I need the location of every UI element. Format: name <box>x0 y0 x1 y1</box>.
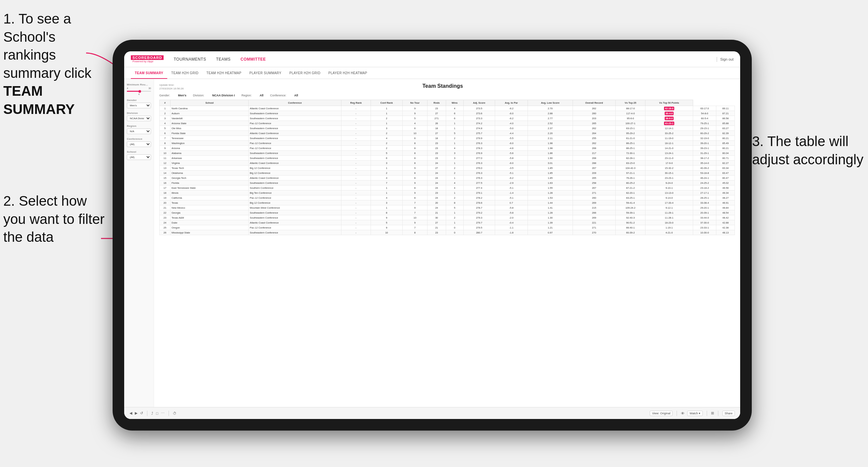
table-row: 25OregonPac-12 Conference-97210279.5-1.1… <box>160 225 735 230</box>
table-row: 3VanderbiltSoutheastern Conference-25271… <box>160 116 735 121</box>
tab-team-h2h-heatmap[interactable]: TEAM H2H HEATMAP <box>203 68 245 79</box>
sub-nav: TEAM SUMMARY TEAM H2H GRID TEAM H2H HEAT… <box>124 67 740 79</box>
standings-table: # School Conference Reg Rank Conf Rank N… <box>159 100 735 235</box>
filter-school-label: School <box>127 150 151 153</box>
toolbar-eye-icon: 👁 <box>681 411 685 415</box>
main-content: Minimum Rou... 4 30 4 Gender Men's <box>124 79 740 407</box>
table-row: 5Ole MissSoutheastern Conference-3618127… <box>160 126 735 131</box>
toolbar-divider1 <box>147 411 147 416</box>
col-vs-top50: Vs Top 50 Points <box>646 100 693 106</box>
tablet-frame: SCOREBOARD Powered by clippi TOURNAMENTS… <box>113 40 752 431</box>
filter-min-rounds-label: Minimum Rou... <box>127 83 151 86</box>
col-overall: Overall Record <box>572 100 616 106</box>
col-school: School <box>170 100 248 106</box>
watch-button[interactable]: Watch ▾ <box>687 411 703 416</box>
conference-display-label: Conference: <box>270 94 286 97</box>
table-row: 8WashingtonPac-12 Conference-28231276.3-… <box>160 141 735 146</box>
tab-player-h2h-grid[interactable]: PLAYER H2H GRID <box>285 68 324 79</box>
col-wins: Wins <box>446 100 463 106</box>
col-adj-score: Adj. Score <box>463 100 495 106</box>
filter-region: Region N/A <box>127 125 151 134</box>
table-header-row: # School Conference Reg Rank Conf Rank N… <box>160 100 735 106</box>
toolbar-clock-icon: ⏱ <box>173 411 177 415</box>
col-avg-low: Avg. Low Score <box>528 100 572 106</box>
tab-team-summary[interactable]: TEAM SUMMARY <box>131 68 167 79</box>
step3-text: 3. The table will adjust accordingly <box>752 133 863 167</box>
region-display-val: All <box>260 94 264 97</box>
table-row: 11ArkansasSoutheastern Conference-682332… <box>160 156 735 161</box>
filter-minimum-rounds: Minimum Rou... 4 30 4 <box>127 83 151 95</box>
table-row: 15Georgia TechAtlantic Coast Conference-… <box>160 176 735 181</box>
table-row: 6Florida StateAtlantic Coast Conference-… <box>160 131 735 136</box>
toolbar-divider2 <box>168 411 169 416</box>
step2-text: 2. Select how you want to filter the dat… <box>3 193 105 245</box>
table-row: 13Texas TechBig 12 Conference-19272276.0… <box>160 165 735 170</box>
nav-committee[interactable]: COMMITTEE <box>241 57 266 62</box>
col-rank: # <box>160 100 170 106</box>
gender-display-val: Men's <box>178 94 186 97</box>
nav-teams[interactable]: TEAMS <box>216 57 230 62</box>
table-row: 26Mississippi StateSoutheastern Conferen… <box>160 230 735 235</box>
table-row: 2AuburnSoutheastern Conference-19276273.… <box>160 111 735 116</box>
col-conf-rank: Conf Rank <box>371 100 403 106</box>
nav-bar: SCOREBOARD Powered by clippi TOURNAMENTS… <box>124 51 740 67</box>
table-row: 10AlabamaSoutheastern Conference-5823327… <box>160 151 735 156</box>
col-reg-rank: Reg Rank <box>341 100 371 106</box>
region-display-label: Region: <box>241 94 252 97</box>
filter-gender-label: Gender <box>127 99 151 102</box>
table-row: 20TexasBig 12 Conference-37208278.60.71.… <box>160 200 735 205</box>
tab-team-h2h-grid[interactable]: TEAM H2H GRID <box>167 68 203 79</box>
toolbar-forward-icon[interactable]: ▶ <box>135 411 137 415</box>
filter-division-select[interactable]: NCAA Division I <box>127 116 151 121</box>
logo-top: SCOREBOARD <box>131 55 164 60</box>
nav-items: TOURNAMENTS TEAMS COMMITTEE <box>174 57 716 62</box>
table-body: 1North CarolinaAtlantic Coast Conference… <box>160 106 735 235</box>
filter-display-row: Gender: Men's Division: NCAA Division I … <box>159 94 735 97</box>
table-row: 1North CarolinaAtlantic Coast Conference… <box>160 106 735 111</box>
nav-tournaments[interactable]: TOURNAMENTS <box>174 57 206 62</box>
filter-school: School (All) <box>127 150 151 160</box>
table-row: 24DukeAtlantic Coast Conference-59271279… <box>160 220 735 225</box>
filter-gender-select[interactable]: Men's <box>127 103 151 108</box>
toolbar-grid-icon: ⊞ <box>711 411 714 415</box>
filter-range-labels: 4 30 <box>127 87 151 89</box>
logo-bottom: Powered by clippi <box>131 60 164 63</box>
share-button[interactable]: Share <box>722 411 735 416</box>
table-row: 4Arizona StatePac-12 Conference-14261274… <box>160 121 735 126</box>
table-header-section: Update time: 27/03/2024 16:56:26 Team St… <box>159 83 735 90</box>
sign-out-button[interactable]: Sign out <box>720 57 734 61</box>
toolbar-divider4 <box>707 411 707 416</box>
toolbar-more-icon[interactable]: ⋯ <box>161 411 164 415</box>
filter-region-select[interactable]: N/A <box>127 128 151 134</box>
filter-gender: Gender Men's <box>127 99 151 108</box>
conference-display-val: All <box>294 94 298 97</box>
filter-slider-thumb[interactable] <box>138 90 141 93</box>
sidebar-filters: Minimum Rou... 4 30 4 Gender Men's <box>124 79 154 407</box>
tab-player-summary[interactable]: PLAYER SUMMARY <box>245 68 285 79</box>
col-avg-par: Avg. to Par <box>495 100 528 106</box>
toolbar-bookmark-icon[interactable]: □ <box>156 411 158 415</box>
filter-division-label: Division <box>127 112 151 115</box>
filter-school-select[interactable]: (All) <box>127 154 151 160</box>
division-display-val: NCAA Division I <box>212 94 235 97</box>
table-row: 12VirginiaAtlantic Coast Conference-3824… <box>160 161 735 165</box>
instruction-step1: 1. To see a School's rankings summary cl… <box>3 10 109 119</box>
toolbar-divider5 <box>718 411 718 416</box>
filter-slider-track[interactable] <box>127 91 151 92</box>
filter-region-label: Region <box>127 125 151 127</box>
col-no-tour: No Tour <box>402 100 428 106</box>
table-row: 18IllinoisBig Ten Conference-19231279.1-… <box>160 190 735 195</box>
tab-player-h2h-heatmap[interactable]: PLAYER H2H HEATMAP <box>324 68 371 79</box>
table-row: 17East Tennessee StateSouthern Conferenc… <box>160 185 735 190</box>
view-original-button[interactable]: View: Original <box>650 411 673 416</box>
toolbar-share-icon[interactable]: ⤴ <box>151 411 153 415</box>
table-row: 22GeorgiaSoutheastern Conference-8721127… <box>160 210 735 215</box>
toolbar-back-icon[interactable]: ◀ <box>129 411 132 415</box>
toolbar-reload-icon[interactable]: ↺ <box>140 411 143 415</box>
instruction-step2: 2. Select how you want to filter the dat… <box>3 192 109 246</box>
table-row: 9ArizonaPac-12 Conference-28234278.3-4.6… <box>160 146 735 151</box>
table-row: 7TennesseeSoutheastern Conference-461822… <box>160 136 735 141</box>
logo: SCOREBOARD Powered by clippi <box>131 55 164 63</box>
bottom-toolbar: ◀ ▶ ↺ ⤴ □ ⋯ ⏱ View: Original 👁 Watch ▾ ⊞… <box>124 407 740 419</box>
filter-conference-select[interactable]: (All) <box>127 142 151 147</box>
